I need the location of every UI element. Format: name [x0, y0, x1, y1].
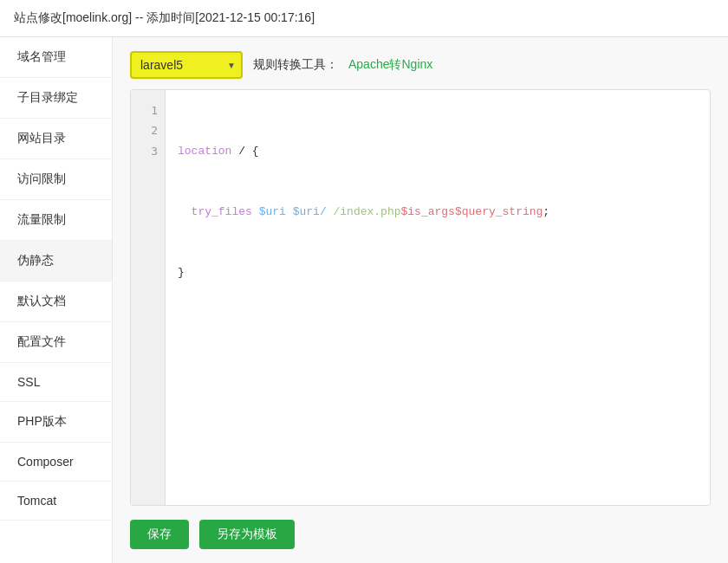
line-numbers: 1 2 3	[131, 90, 166, 505]
sidebar-item-traffic-limit[interactable]: 流量限制	[0, 200, 112, 241]
code-line-1: location / {	[178, 141, 698, 161]
sidebar-item-subdirectory[interactable]: 子目录绑定	[0, 78, 112, 119]
code-editor[interactable]: 1 2 3 location / { try_files $uri $uri/ …	[130, 89, 711, 506]
page-title: 站点修改[moelink.org] -- 添加时间[2021-12-15 00:…	[14, 10, 315, 24]
save-as-template-button[interactable]: 另存为模板	[199, 520, 295, 549]
sidebar-item-domain[interactable]: 域名管理	[0, 37, 112, 78]
code-line-2: try_files $uri $uri/ /index.php$is_args$…	[178, 202, 698, 222]
rule-select[interactable]: laravel5 wordpress typecho discuz dedecm…	[130, 51, 243, 79]
sidebar-item-website-dir[interactable]: 网站目录	[0, 119, 112, 159]
line-num-2: 2	[138, 120, 158, 140]
buttons-row: 保存 另存为模板	[130, 516, 711, 549]
sidebar-item-access-limit[interactable]: 访问限制	[0, 159, 112, 200]
code-textarea[interactable]: location / { try_files $uri $uri/ /index…	[166, 90, 710, 505]
rule-select-wrapper: laravel5 wordpress typecho discuz dedecm…	[130, 51, 243, 79]
code-line-3: }	[178, 262, 698, 282]
sidebar-item-default-doc[interactable]: 默认文档	[0, 282, 112, 322]
sidebar-item-config-file[interactable]: 配置文件	[0, 322, 112, 363]
sidebar-item-pseudo-static[interactable]: 伪静态	[0, 241, 112, 282]
save-button[interactable]: 保存	[130, 520, 189, 549]
line-num-1: 1	[138, 100, 158, 120]
rule-label: 规则转换工具：	[253, 57, 338, 73]
sidebar-item-tomcat[interactable]: Tomcat	[0, 482, 112, 521]
sidebar-item-ssl[interactable]: SSL	[0, 363, 112, 402]
main-content: laravel5 wordpress typecho discuz dedecm…	[113, 37, 728, 563]
sidebar-item-php-version[interactable]: PHP版本	[0, 402, 112, 443]
sidebar-item-composer[interactable]: Composer	[0, 443, 112, 482]
line-num-3: 3	[138, 141, 158, 161]
toolbar-row: laravel5 wordpress typecho discuz dedecm…	[130, 51, 711, 79]
sidebar: 域名管理 子目录绑定 网站目录 访问限制 流量限制 伪静态 默认文档 配置文件 …	[0, 37, 113, 563]
apache-to-nginx-link[interactable]: Apache转Nginx	[348, 57, 432, 73]
